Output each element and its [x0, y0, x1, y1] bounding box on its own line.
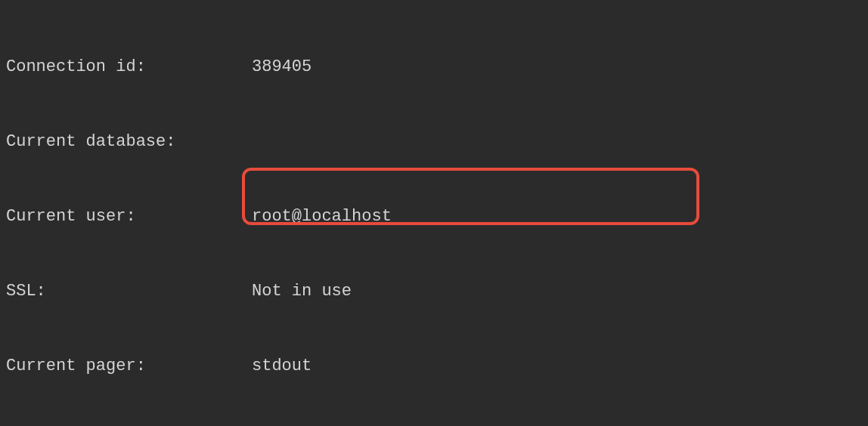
- status-value: Not in use: [252, 279, 352, 304]
- status-label: Current pager:: [6, 353, 252, 378]
- status-label: Current user:: [6, 204, 252, 229]
- status-label: Connection id:: [6, 54, 252, 79]
- status-value: root@localhost: [252, 204, 392, 229]
- status-value: 389405: [252, 54, 312, 79]
- status-value: stdout: [252, 353, 312, 378]
- status-label: SSL:: [6, 279, 252, 304]
- status-row: Current pager:stdout: [6, 353, 862, 378]
- status-row: Current database:: [6, 129, 862, 154]
- status-row: Current user:root@localhost: [6, 204, 862, 229]
- status-row: Connection id:389405: [6, 54, 862, 79]
- terminal-output: Connection id:389405 Current database: C…: [6, 5, 862, 426]
- status-row: SSL:Not in use: [6, 279, 862, 304]
- status-label: Current database:: [6, 129, 252, 154]
